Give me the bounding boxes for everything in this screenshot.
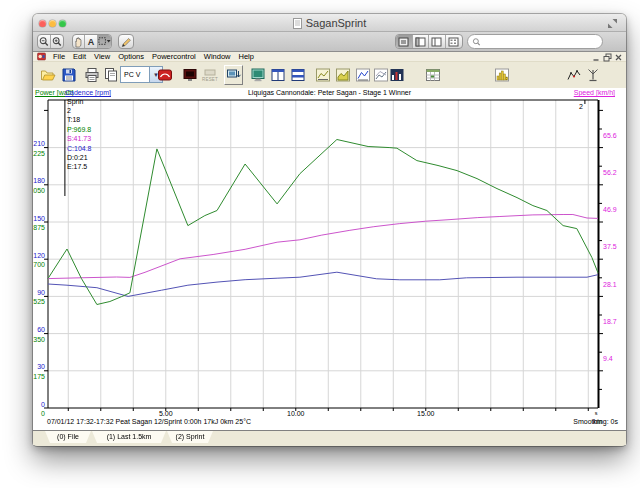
save-button[interactable]	[59, 65, 78, 85]
telemetry-button[interactable]	[583, 65, 602, 85]
scatter-plot-icon	[566, 67, 582, 83]
area-chart-olive-icon	[335, 67, 351, 83]
monitor-view-button[interactable]	[248, 65, 267, 85]
cadence-tick-label: 180	[33, 177, 45, 184]
cadence-tick-label: 90	[37, 289, 45, 296]
app-toolbar: PC V ▼ RESET	[33, 62, 626, 88]
window-title: SaganSprint	[306, 17, 367, 29]
power-tick-label: 175	[33, 373, 45, 380]
speed-tick-label: 46.9	[603, 206, 617, 213]
ride-summary-text: 07/01/12 17:32-17:32 Peat Sagan 12/Sprin…	[47, 418, 251, 425]
text-tool-icon: A	[88, 37, 95, 47]
contact-sheet-icon	[448, 37, 459, 47]
app-menubar: FileEditViewOptionsPowercontrolWindowHel…	[33, 52, 626, 62]
cadence-tick-label: 120	[33, 252, 45, 259]
search-input[interactable]	[481, 37, 598, 47]
pc-transfer-button[interactable]	[224, 65, 243, 85]
copy-icon	[103, 67, 119, 83]
bar-chart-dark-icon	[389, 67, 405, 83]
histogram-icon	[494, 67, 510, 83]
app-icon	[37, 52, 46, 61]
view-content-only-button[interactable]	[396, 35, 413, 48]
application-window: SaganSprint	[33, 14, 626, 446]
calendar-icon	[425, 67, 441, 83]
combo-value: PC V	[120, 66, 150, 83]
x-tick-label: 10.00	[287, 410, 305, 417]
view-sidebar-button[interactable]	[429, 35, 446, 48]
floppy-disk-icon	[61, 67, 77, 83]
sheet-tab-2[interactable]: (2) Sprint	[167, 431, 213, 443]
view-contact-sheet-button[interactable]	[446, 35, 462, 48]
legend-line: Sprin	[67, 98, 83, 106]
histogram-view-button[interactable]	[492, 65, 511, 85]
chart-view-3-button[interactable]	[353, 65, 372, 85]
menu-view[interactable]: View	[94, 52, 110, 61]
mac-titlebar: SaganSprint	[33, 14, 626, 32]
select-tool-button[interactable]	[98, 35, 111, 48]
chart-view-5-button[interactable]	[387, 65, 406, 85]
series-cadence	[48, 272, 598, 296]
split-horizontal-button[interactable]	[288, 65, 307, 85]
magnifier-plus-icon	[51, 36, 63, 48]
annotate-button[interactable]	[119, 35, 133, 48]
reset-button[interactable]: RESET	[198, 65, 222, 85]
mac-toolbar: A	[33, 32, 626, 52]
open-folder-icon	[40, 67, 56, 83]
power-tick-label: 525	[33, 298, 45, 305]
antenna-icon	[585, 67, 601, 83]
speed-tick-label: 18.7	[603, 318, 617, 325]
device-display-button[interactable]	[180, 65, 199, 85]
line-chart-blue-icon	[355, 67, 371, 83]
menu-window[interactable]: Window	[204, 52, 231, 61]
print-button[interactable]	[82, 65, 101, 85]
menu-edit[interactable]: Edit	[73, 52, 86, 61]
menu-items: FileEditViewOptionsPowercontrolWindowHel…	[53, 52, 254, 61]
thumbnails-view-icon	[415, 37, 426, 47]
device-display-icon	[182, 67, 198, 83]
menu-options[interactable]: Options	[118, 52, 144, 61]
menu-powercontrol[interactable]: Powercontrol	[152, 52, 196, 61]
split-vertical-button[interactable]	[268, 65, 287, 85]
x-tick-label: 15.00	[417, 410, 435, 417]
hand-icon	[73, 36, 84, 48]
chart-view-1-button[interactable]	[313, 65, 332, 85]
interval-end-label: 2	[579, 103, 583, 110]
search-icon	[472, 37, 481, 47]
split-horizontal-icon	[290, 67, 306, 83]
power-tick-label: 350	[33, 336, 45, 343]
mdi-close-button[interactable]	[614, 53, 623, 62]
mdi-minimize-button[interactable]	[592, 53, 601, 62]
copy-button[interactable]	[101, 65, 120, 85]
monitor-icon	[250, 67, 266, 83]
text-tool-button[interactable]: A	[85, 35, 97, 48]
fullscreen-icon[interactable]	[607, 18, 618, 29]
chart-plot[interactable]: 0030175603509052512070015087518010502101…	[33, 88, 626, 430]
cadence-tick-label: 210	[33, 140, 45, 147]
chart-view-2-button[interactable]	[333, 65, 352, 85]
open-button[interactable]	[38, 65, 57, 85]
content-view-icon	[398, 37, 409, 47]
power-tick-label: 700	[33, 261, 45, 268]
menu-help[interactable]: Help	[238, 52, 253, 61]
mdi-restore-button[interactable]	[603, 53, 612, 62]
reset-icon	[204, 69, 216, 77]
view-thumbnails-button[interactable]	[413, 35, 430, 48]
reset-label: RESET	[202, 77, 218, 82]
power-tick-label: 0	[41, 410, 45, 417]
menu-file[interactable]: File	[53, 52, 65, 61]
speed-tick-label: 65.6	[603, 132, 617, 139]
chart-status-row: 07/01/12 17:32-17:32 Peat Sagan 12/Sprin…	[47, 418, 618, 425]
calendar-view-button[interactable]	[423, 65, 442, 85]
pc-transfer-icon	[226, 67, 242, 83]
sheet-tab-1[interactable]: (1) Last 1.5km	[92, 431, 166, 443]
search-field[interactable]	[467, 34, 603, 49]
hand-tool-button[interactable]	[73, 35, 85, 48]
scatter-view-button[interactable]	[564, 65, 583, 85]
srm-device-button[interactable]	[155, 65, 174, 85]
zoom-in-button[interactable]	[51, 35, 63, 48]
power-tick-label: 875	[33, 224, 45, 231]
x-tick-label: 5.00	[159, 410, 173, 417]
sheet-tab-0[interactable]: (0) File	[45, 431, 91, 443]
zoom-out-button[interactable]	[38, 35, 51, 48]
marquee-select-icon	[98, 36, 111, 47]
